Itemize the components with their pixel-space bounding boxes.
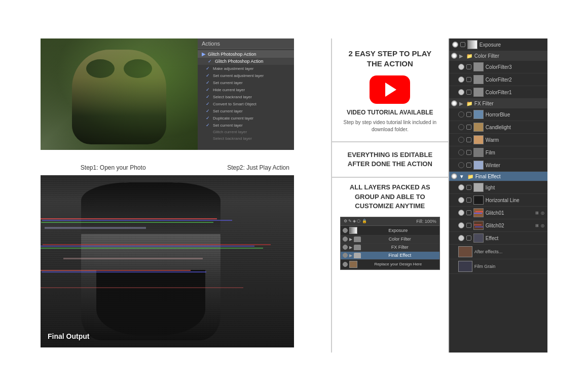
check-5: ✓	[206, 94, 211, 99]
ps-chain-hline	[466, 198, 471, 203]
layers-row-color-filter: ▶ Color Filter	[341, 236, 439, 244]
ps-eye-film	[458, 149, 464, 155]
ps-row-winter: Winter	[449, 159, 547, 172]
actions-main-item: ▶ Glitch Photoshop Action	[198, 50, 294, 58]
ps-row-colorfilter1: ColorFilter1	[449, 86, 547, 99]
ps-eye-light	[458, 184, 464, 190]
ps-thumb-ae	[458, 246, 472, 257]
item-label-5: Select backrand layer	[213, 95, 252, 99]
actions-item-11: Select backrand layer	[198, 135, 294, 142]
ps-name-effect: Effect	[486, 236, 544, 241]
check-1: ✓	[206, 66, 211, 71]
ps-name-warm: Warm	[486, 137, 544, 143]
ps-chain-cf3	[466, 64, 471, 69]
ps-row-warm: Warm	[449, 134, 547, 146]
ps-folder-icon-final: ▼	[459, 174, 464, 179]
eye-icon-color	[343, 237, 348, 242]
item-label-6: Convert to Smart Object	[213, 102, 256, 106]
smart-icon-g1: ⊞	[535, 211, 539, 215]
ps-folder-icon-color: ▶	[459, 53, 463, 59]
easy-steps-title: 2 EASY STEP TO PLAY THE ACTION	[340, 49, 440, 68]
ps-name-cf1: ColorFilter1	[486, 90, 544, 95]
arrow-final: ▶	[349, 253, 352, 258]
layers-title: ALL LAYERS PACKED AS GROUP AND ABLE TO C…	[340, 183, 440, 211]
actions-item-2: ✓Set current adjustment layer	[198, 72, 294, 79]
ps-folder-symbol-color: 📁	[466, 53, 472, 59]
ps-name-winter: Winter	[486, 163, 544, 168]
ps-name-color-filter: Color Filter	[474, 53, 545, 59]
ps-eye-warm	[458, 137, 464, 143]
step2-label: Step2: Just Play Action	[186, 164, 330, 171]
ps-thumb-more	[458, 261, 472, 272]
ps-thumb-horror	[473, 110, 484, 119]
ps-row-horrorblue: HorrorBlue	[449, 108, 547, 121]
ps-name-horror: HorrorBlue	[486, 112, 544, 118]
effect-icon-g1: ◎	[541, 211, 544, 215]
folder-color	[354, 237, 361, 242]
actions-panel-header: Actions	[198, 38, 294, 49]
exposure-name: Exposure	[359, 228, 437, 233]
folder-final	[354, 253, 361, 258]
photo-box	[41, 38, 198, 150]
item-label-8: Duplicate current layer	[213, 116, 253, 121]
ps-eye-cf2	[458, 76, 464, 83]
final-output-label: Final Output	[48, 332, 89, 340]
ps-layers-panel: Exposure ▶ 📁 Color Filter ColorFilter3 C…	[449, 38, 547, 353]
actions-item-7: ✓Set current layer	[198, 107, 294, 114]
eye-icon-fx	[343, 245, 348, 250]
actions-sub-label: Glitch Photoshop Action	[215, 59, 264, 64]
actions-check-sub: ✓	[208, 59, 213, 64]
ps-chain-warm	[466, 137, 471, 142]
video-tutorial-desc: Step by step video tutorial link include…	[340, 119, 440, 133]
play-triangle-icon	[385, 83, 396, 97]
ps-row-after-effects: After effects...	[449, 245, 547, 259]
ps-thumb-film	[473, 148, 484, 157]
ps-folder-symbol-final: 📁	[467, 174, 473, 179]
item-label-9: Set current layer	[213, 123, 243, 128]
content-wrapper: Actions ▶ Glitch Photoshop Action ✓ Glit…	[41, 38, 547, 353]
check-6: ✓	[206, 101, 211, 106]
folder-fx	[354, 245, 361, 250]
layers-screenshot: ⚙ ✎ ◈ ⬡ 🔒 Fill: 100% Exposure ▶ Color Fi…	[340, 217, 440, 270]
ps-chain-horror	[466, 112, 471, 117]
ps-eye-horror	[458, 111, 464, 118]
ps-eye-exposure	[452, 42, 458, 48]
item-label-4: Hide current layer	[213, 88, 245, 92]
item-label-3: Set current layer	[213, 81, 243, 85]
youtube-play-button[interactable]	[370, 75, 410, 104]
ps-name-light: light	[486, 185, 544, 190]
ps-eye-final	[451, 173, 457, 179]
ps-name-glitch02: Glitch02	[486, 223, 533, 228]
ps-chain-cf1	[466, 90, 471, 95]
ps-name-cf2: ColorFilter2	[486, 77, 544, 83]
ps-thumb-cf2	[473, 75, 484, 84]
glitch-person	[41, 175, 294, 347]
ps-name-candle: Candlelight	[486, 125, 544, 130]
actions-item-6: ✓Convert to Smart Object	[198, 100, 294, 107]
ps-eye-hline	[458, 197, 464, 203]
ps-thumb-cf1	[473, 88, 484, 97]
check-3: ✓	[206, 80, 211, 85]
ps-thumb-winter	[473, 161, 484, 170]
ps-name-more: Film Grain	[474, 264, 544, 269]
replace-thumb	[349, 261, 357, 268]
ps-name-ae: After effects...	[474, 249, 544, 254]
ps-row-exposure: Exposure	[449, 38, 547, 51]
actions-main-label: Glitch Photoshop Action	[208, 52, 256, 57]
final-effect-name: Final Effect	[362, 253, 437, 258]
ps-thumb-glitch01	[473, 208, 484, 217]
effect-icon-g2: ◎	[541, 223, 544, 228]
ps-eye-color	[451, 53, 457, 59]
ps-name-glitch01: Glitch01	[486, 210, 533, 216]
actions-sub-item: ✓ Glitch Photoshop Action	[198, 58, 294, 65]
editable-title: EVERYTHING IS EDITABLE AFTER DONE THE AC…	[340, 150, 440, 169]
layers-row-final-effect: ▶ Final Effect	[341, 252, 439, 260]
ps-name-fx-filter: FX Filter	[474, 101, 545, 106]
ps-row-colorfilter2: ColorFilter2	[449, 73, 547, 86]
smart-icon-g2: ⊞	[535, 223, 539, 228]
replace-name: Replace your Design Here	[359, 262, 437, 266]
ps-thumb-hline	[473, 196, 484, 205]
ps-eye-g2	[458, 222, 464, 228]
left-column: Actions ▶ Glitch Photoshop Action ✓ Glit…	[41, 38, 331, 353]
ps-name-film: Film	[486, 150, 544, 155]
